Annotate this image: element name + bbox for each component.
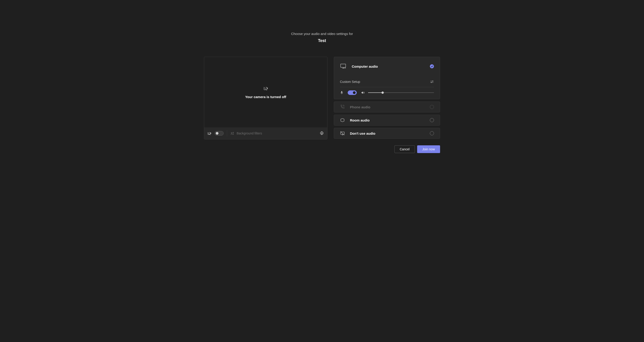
settings-button[interactable] bbox=[320, 131, 324, 136]
no-audio-card: Don't use audio bbox=[334, 128, 440, 139]
radio-unselected-icon bbox=[430, 118, 434, 122]
room-audio-label: Room audio bbox=[350, 118, 370, 122]
computer-audio-label: Computer audio bbox=[352, 64, 378, 68]
room-audio-card: Room audio bbox=[334, 115, 440, 126]
svg-point-0 bbox=[231, 132, 232, 134]
svg-point-4 bbox=[431, 82, 432, 83]
join-now-button[interactable]: Join now bbox=[417, 145, 440, 153]
header-subtitle: Choose your audio and video settings for bbox=[291, 32, 353, 36]
checkmark-icon bbox=[430, 64, 434, 68]
meeting-title: Test bbox=[291, 38, 353, 43]
camera-off-icon bbox=[263, 86, 268, 91]
phone-audio-card: Phone audio bbox=[334, 102, 440, 112]
audio-controls-row bbox=[334, 87, 440, 99]
phone-icon bbox=[340, 104, 345, 110]
header: Choose your audio and video settings for… bbox=[291, 32, 353, 43]
divider bbox=[227, 130, 227, 136]
phone-audio-label: Phone audio bbox=[350, 105, 370, 109]
custom-setup-label: Custom Setup bbox=[340, 80, 360, 84]
footer: Cancel Join now bbox=[204, 145, 440, 153]
background-icon bbox=[230, 131, 234, 135]
radio-unselected-icon bbox=[430, 105, 434, 109]
background-filters-button[interactable]: Background filters bbox=[230, 131, 262, 135]
room-audio-option[interactable]: Room audio bbox=[334, 115, 440, 125]
radio-unselected-icon bbox=[430, 131, 434, 135]
microphone-toggle[interactable] bbox=[348, 90, 357, 95]
computer-audio-option[interactable]: Computer audio bbox=[334, 57, 440, 76]
volume-control bbox=[361, 90, 434, 95]
volume-slider[interactable] bbox=[368, 92, 434, 93]
phone-audio-option: Phone audio bbox=[334, 102, 440, 112]
svg-point-1 bbox=[321, 133, 322, 134]
video-preview: Your camera is turned off bbox=[204, 57, 327, 128]
video-panel: Your camera is turned off Background fil… bbox=[204, 57, 328, 140]
toggle-knob bbox=[216, 132, 218, 135]
camera-icon bbox=[207, 131, 212, 135]
cancel-button[interactable]: Cancel bbox=[394, 145, 415, 153]
slider-thumb bbox=[382, 92, 384, 94]
background-filters-label: Background filters bbox=[236, 132, 262, 135]
no-audio-icon bbox=[340, 131, 345, 136]
toggle-knob bbox=[353, 91, 356, 94]
camera-toggle[interactable] bbox=[214, 131, 224, 136]
microphone-icon bbox=[340, 91, 344, 94]
computer-audio-icon bbox=[340, 63, 347, 70]
room-icon bbox=[340, 118, 345, 123]
camera-status-text: Your camera is turned off bbox=[245, 95, 286, 99]
no-audio-label: Don't use audio bbox=[350, 132, 375, 135]
computer-audio-card: Computer audio Custom Setup bbox=[334, 57, 440, 99]
sliders-icon bbox=[430, 80, 434, 84]
speaker-icon bbox=[361, 90, 365, 95]
svg-rect-2 bbox=[340, 64, 346, 68]
video-toolbar: Background filters bbox=[204, 128, 327, 139]
slider-fill bbox=[368, 92, 383, 93]
custom-setup-row[interactable]: Custom Setup bbox=[334, 76, 440, 87]
svg-point-3 bbox=[432, 81, 433, 82]
panels: Your camera is turned off Background fil… bbox=[204, 57, 440, 140]
no-audio-option[interactable]: Don't use audio bbox=[334, 128, 440, 138]
audio-panel: Computer audio Custom Setup bbox=[334, 57, 440, 140]
